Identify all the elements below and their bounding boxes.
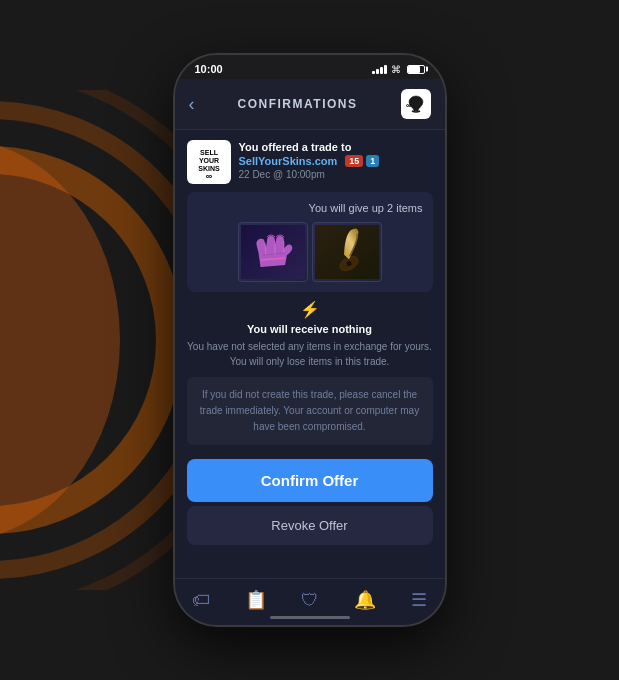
receive-nothing-label: You will receive nothing [187, 323, 433, 335]
phone-shell: 10:00 ⌘ ‹ CONFIRMATIONS [175, 55, 445, 625]
warning-text: If you did not create this trade, please… [200, 389, 419, 432]
items-header: You will give up 2 items [197, 202, 423, 214]
page-title: CONFIRMATIONS [238, 97, 358, 111]
offer-badges: 15 1 [345, 155, 379, 167]
header-logo: ∞ [401, 89, 431, 119]
offer-logo: SELL YOUR SKINS ∞ [187, 140, 231, 184]
receive-section: ⚡ You will receive nothing You have not … [187, 300, 433, 369]
item-card-glove [238, 222, 308, 282]
nav-shield-icon[interactable]: 🛡 [301, 590, 319, 611]
exchange-icon: ⚡ [187, 300, 433, 319]
battery-icon [407, 65, 425, 74]
svg-text:∞: ∞ [205, 171, 212, 181]
svg-text:SELL: SELL [200, 149, 219, 156]
phone-notch [260, 55, 360, 77]
home-indicator [270, 616, 350, 619]
receive-desc: You have not selected any items in excha… [187, 339, 433, 369]
wifi-icon: ⌘ [391, 64, 401, 75]
offer-text: You offered a trade to SellYourSkins.com… [239, 140, 433, 180]
status-time: 10:00 [195, 63, 223, 75]
item-card-knife [312, 222, 382, 282]
items-grid [197, 222, 423, 282]
warning-box: If you did not create this trade, please… [187, 377, 433, 445]
offer-line1: You offered a trade to [239, 140, 433, 155]
badge-type: 1 [366, 155, 379, 167]
svg-point-3 [0, 140, 120, 540]
signal-icon [372, 64, 387, 74]
confirm-offer-button[interactable]: Confirm Offer [187, 459, 433, 502]
badge-count: 15 [345, 155, 363, 167]
revoke-offer-button[interactable]: Revoke Offer [187, 506, 433, 545]
svg-text:YOUR: YOUR [198, 157, 218, 164]
nav-tag-icon[interactable]: 🏷 [192, 590, 210, 611]
back-button[interactable]: ‹ [189, 94, 195, 115]
offer-site: SellYourSkins.com [239, 155, 338, 167]
items-section: You will give up 2 items [187, 192, 433, 292]
status-icons: ⌘ [372, 64, 425, 75]
svg-point-0 [0, 160, 170, 520]
nav-bell-icon[interactable]: 🔔 [354, 589, 376, 611]
nav-menu-icon[interactable]: ☰ [411, 589, 427, 611]
svg-text:∞: ∞ [406, 101, 412, 110]
offer-date: 22 Dec @ 10:00pm [239, 169, 433, 180]
offer-info-row: SELL YOUR SKINS ∞ You offered a trade to… [187, 140, 433, 184]
app-header: ‹ CONFIRMATIONS ∞ [175, 79, 445, 130]
app-content: SELL YOUR SKINS ∞ You offered a trade to… [175, 130, 445, 578]
nav-list-icon[interactable]: 📋 [245, 589, 267, 611]
